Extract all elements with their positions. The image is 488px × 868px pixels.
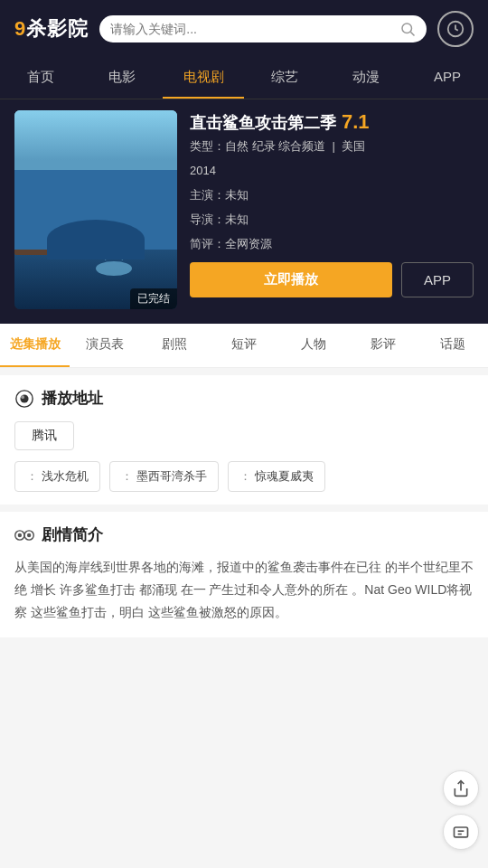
description-section-title: 剧情简介: [14, 524, 474, 545]
ep-name-3: 惊魂夏威夷: [255, 469, 314, 483]
svg-point-14: [96, 261, 132, 276]
svg-line-1: [410, 32, 414, 35]
detail-year: 2014: [190, 164, 216, 177]
content-top: 已完结 直击鲨鱼攻击第二季 7.1 类型：自然 纪录 综合频道 | 美国 201…: [0, 99, 488, 324]
svg-rect-7: [43, 201, 52, 228]
summary-label: 简评：: [190, 237, 225, 250]
svg-point-20: [18, 533, 22, 536]
nav-item-tv[interactable]: 电视剧: [163, 58, 244, 99]
detail-summary: 全网资源: [225, 237, 272, 250]
nav-item-app[interactable]: APP: [407, 58, 488, 99]
detail-director: 未知: [225, 188, 249, 202]
tab-reviews[interactable]: 影评: [349, 324, 418, 367]
search-input[interactable]: [110, 22, 394, 36]
detail-summary-row: 简评：全网资源: [190, 235, 474, 254]
detail-year-row: 2014: [190, 162, 474, 181]
episode-item-2[interactable]: ：墨西哥湾杀手: [109, 461, 219, 492]
header: 9杀影院: [0, 0, 488, 58]
poster: 已完结: [14, 110, 177, 309]
episode-list: ：浅水危机 ：墨西哥湾杀手 ：惊魂夏威夷: [14, 461, 474, 492]
director-label: 主演：: [190, 188, 225, 202]
play-circle-icon: [14, 389, 34, 409]
svg-point-5: [14, 190, 177, 212]
svg-point-8: [42, 191, 54, 203]
episodes-title-text: 播放地址: [42, 388, 103, 409]
clock-icon: [446, 19, 465, 39]
ep-name-2: 墨西哥湾杀手: [136, 469, 207, 483]
detail-title: 直击鲨鱼攻击第二季: [190, 113, 336, 134]
poster-image: [14, 110, 177, 309]
tab-episodes[interactable]: 选集播放: [0, 324, 70, 367]
tab-topics[interactable]: 话题: [418, 324, 488, 367]
detail-cast-row: 导演：未知: [190, 211, 474, 230]
tab-stills[interactable]: 剧照: [139, 324, 209, 367]
logo-prefix: 9: [14, 17, 26, 40]
detail-genre-row: 类型：自然 纪录 综合频道 | 美国: [190, 137, 474, 156]
tabs-bar: 选集播放 演员表 剧照 短评 人物 影评 话题: [0, 324, 488, 368]
genre-label: 类型：: [190, 139, 225, 153]
ep-num-1: ：: [26, 469, 38, 483]
cast-label: 导演：: [190, 212, 225, 226]
nav-item-home[interactable]: 首页: [0, 58, 81, 99]
svg-point-0: [402, 24, 412, 33]
app-button[interactable]: APP: [401, 262, 474, 297]
logo: 9杀影院: [14, 15, 89, 42]
svg-point-21: [27, 533, 31, 536]
svg-rect-3: [14, 110, 177, 210]
episodes-section: 播放地址 腾讯 ：浅水危机 ：墨西哥湾杀手 ：惊魂夏威夷: [0, 375, 488, 505]
episodes-section-title: 播放地址: [14, 388, 474, 409]
desc-icon: [14, 528, 34, 542]
search-icon: [399, 21, 416, 37]
logo-suffix: 杀影院: [26, 17, 89, 40]
episode-item-1[interactable]: ：浅水危机: [14, 461, 100, 492]
nav-item-movie[interactable]: 电影: [81, 58, 163, 99]
ep-num-3: ：: [239, 469, 251, 483]
svg-rect-12: [42, 226, 48, 242]
svg-line-10: [78, 181, 105, 190]
completed-badge: 已完结: [130, 288, 177, 309]
description-title-text: 剧情简介: [42, 524, 103, 545]
svg-line-11: [105, 181, 109, 219]
description-section: 剧情简介 从美国的海岸线到世界各地的海滩，报道中的鲨鱼袭击事件在已往 的半个世纪…: [0, 512, 488, 637]
svg-line-9: [52, 190, 78, 208]
ep-num-2: ：: [121, 469, 133, 483]
svg-point-17: [21, 395, 24, 399]
svg-rect-13: [48, 226, 54, 242]
episode-item-3[interactable]: ：惊魂夏威夷: [228, 461, 325, 492]
tab-cast[interactable]: 演员表: [70, 324, 139, 367]
tab-comments[interactable]: 短评: [209, 324, 278, 367]
detail-region: 美国: [342, 139, 365, 153]
detail-genre: 自然 纪录 综合频道: [225, 139, 325, 153]
nav-item-variety[interactable]: 综艺: [244, 58, 325, 99]
title-row: 直击鲨鱼攻击第二季 7.1: [190, 110, 474, 137]
svg-rect-6: [14, 237, 69, 255]
description-text: 从美国的海岸线到世界各地的海滩，报道中的鲨鱼袭击事件在已往 的半个世纪里不绝 增…: [14, 556, 474, 625]
nav-bar: 首页 电影 电视剧 综艺 动漫 APP: [0, 58, 488, 99]
action-row: 立即播放 APP: [190, 262, 474, 297]
tab-characters[interactable]: 人物: [279, 324, 349, 367]
ep-name-1: 浅水危机: [42, 469, 89, 483]
history-button[interactable]: [437, 11, 474, 47]
poster-svg: [14, 110, 177, 309]
platform-tag[interactable]: 腾讯: [14, 421, 74, 450]
svg-point-16: [20, 394, 28, 402]
play-button[interactable]: 立即播放: [190, 262, 392, 297]
search-box[interactable]: [99, 15, 427, 42]
detail-director-row: 主演：未知: [190, 186, 474, 205]
detail-rating: 7.1: [342, 110, 370, 134]
detail-info: 直击鲨鱼攻击第二季 7.1 类型：自然 纪录 综合频道 | 美国 2014 主演…: [190, 110, 474, 309]
detail-cast: 未知: [225, 212, 249, 226]
nav-item-anime[interactable]: 动漫: [325, 58, 407, 99]
